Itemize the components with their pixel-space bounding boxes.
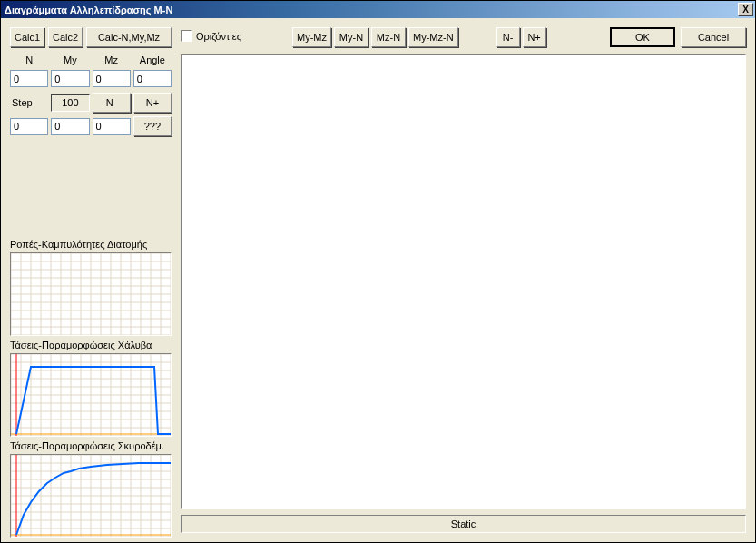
close-button[interactable]: X (738, 3, 753, 16)
status-bar: Static (181, 515, 746, 533)
calc2-button[interactable]: Calc2 (48, 27, 83, 47)
window-title: Διαγράμματα Αλληλεπίδρασης M-N (5, 5, 172, 15)
top-n-minus-button[interactable]: N- (496, 27, 520, 47)
angle-input[interactable] (133, 70, 172, 87)
val2-a-input[interactable] (10, 118, 48, 135)
mz-input[interactable] (93, 70, 131, 87)
n-input[interactable] (10, 70, 48, 87)
ok-button[interactable]: OK (610, 27, 675, 47)
my-input[interactable] (51, 70, 89, 87)
header-n-label: N (10, 53, 48, 67)
mc1-chart (10, 252, 172, 336)
mc1-label: Ροπές-Καμπυλότητες Διατομής (10, 239, 172, 250)
header-my-label: My (51, 53, 89, 67)
cancel-button[interactable]: Cancel (681, 27, 746, 47)
horizontal-label: Οριζόντιες (196, 31, 241, 42)
dialog-window: Διαγράμματα Αλληλεπίδρασης M-N X Calc1 C… (0, 0, 756, 543)
horizontal-checkbox[interactable] (181, 30, 192, 42)
calc1-button[interactable]: Calc1 (10, 27, 44, 47)
my-n-button[interactable]: My-N (334, 27, 368, 47)
my-mz-n-button[interactable]: My-Mz-N (408, 27, 458, 47)
main-plot-area (181, 54, 746, 509)
step-value: 100 (51, 94, 89, 112)
mc3-chart (10, 454, 172, 538)
mc3-label: Τάσεις-Παραμορφώσεις Σκυροδέμ. (10, 440, 172, 451)
n-plus-button[interactable]: N+ (133, 93, 172, 113)
titlebar: Διαγράμματα Αλληλεπίδρασης M-N X (1, 1, 755, 18)
n-minus-button[interactable]: N- (93, 93, 131, 113)
calc-n-my-mz-button[interactable]: Calc-N,My,Mz (86, 27, 172, 47)
val2-b-input[interactable] (51, 118, 89, 135)
header-angle-label: Angle (133, 53, 172, 67)
mz-n-button[interactable]: Mz-N (371, 27, 406, 47)
top-n-plus-button[interactable]: N+ (523, 27, 546, 47)
mc2-chart (10, 353, 172, 437)
val2-c-input[interactable] (93, 118, 131, 135)
qqq-button[interactable]: ??? (133, 116, 172, 136)
step-label: Step (10, 97, 48, 108)
my-mz-button[interactable]: My-Mz (292, 27, 331, 47)
close-icon: X (742, 5, 749, 15)
header-mz-label: Mz (93, 53, 131, 67)
mc2-label: Τάσεις-Παραμορφώσεις Χάλυβα (10, 340, 172, 350)
